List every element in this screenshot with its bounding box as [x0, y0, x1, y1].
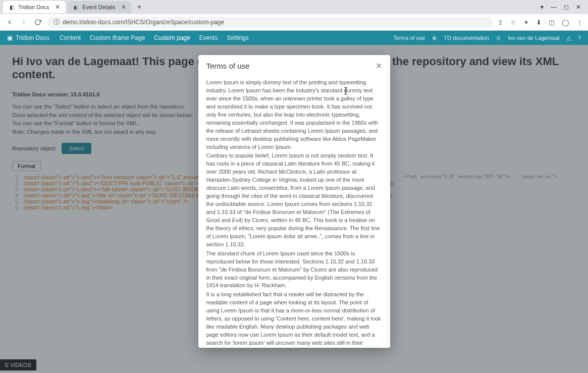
terms-modal: Terms of use ✕ Lorem Ipsum is simply dum…: [198, 55, 390, 348]
modal-paragraph: It is a long established fact that a rea…: [206, 291, 382, 348]
maximize-button[interactable]: ◻: [564, 4, 569, 11]
browser-tab-inactive[interactable]: ◐ Event Details ✕: [67, 1, 131, 13]
window-controls: ▾ — ◻ ✕: [533, 4, 588, 11]
modal-paragraph: Contrary to popular belief, Lorem Ipsum …: [206, 152, 382, 248]
back-button[interactable]: [5, 18, 14, 27]
minimize-button[interactable]: —: [551, 4, 557, 11]
modal-paragraph: Lorem Ipsum is simply dummy text of the …: [206, 79, 382, 151]
tab-close-icon[interactable]: ✕: [121, 4, 126, 11]
tab-strip: ◧ Tridion Docs ✕ ◐ Event Details ✕ + ▾ —…: [0, 0, 588, 14]
doc-link-icon: ⊕: [432, 35, 437, 41]
profile-icon[interactable]: ◯: [562, 19, 569, 26]
star-icon[interactable]: ☆: [510, 19, 516, 26]
app-toggle-icon[interactable]: ▾: [541, 4, 544, 11]
extensions-icon[interactable]: ✶: [523, 19, 529, 26]
panel-icon[interactable]: ◫: [549, 19, 555, 26]
favicon-icon: ◧: [8, 4, 15, 11]
modal-backdrop[interactable]: Terms of use ✕ Lorem Ipsum is simply dum…: [0, 45, 588, 373]
terms-link[interactable]: Terms of use: [393, 35, 425, 41]
reload-button[interactable]: [33, 18, 42, 27]
user-icon: ⊙: [496, 35, 501, 41]
new-tab-button[interactable]: +: [133, 3, 145, 12]
favicon-icon: ◐: [72, 4, 79, 11]
app-header: ▣ Tridion Docs ContentCustom iframe Page…: [0, 31, 588, 45]
download-icon[interactable]: ⬇: [536, 19, 542, 26]
kebab-menu-icon[interactable]: ⋮: [576, 19, 583, 26]
nav-item[interactable]: Custom page: [154, 34, 190, 41]
page-body: Hi Ivo van de Lagemaat! This page can be…: [0, 45, 588, 373]
modal-title: Terms of use: [206, 62, 250, 70]
tab-title: Tridion Docs: [18, 4, 49, 10]
tab-title: Event Details: [82, 4, 115, 10]
product-name: Tridion Docs: [16, 34, 49, 41]
modal-paragraph: The standard chunk of Lorem Ipsum used s…: [206, 250, 382, 290]
address-bar[interactable]: ⓘ demo.tridion-docs.com/ISHCS/OrganizeSp…: [47, 17, 493, 28]
app-nav: ContentCustom iframe PageCustom pageEven…: [60, 34, 249, 41]
notification-icon[interactable]: △: [567, 35, 571, 41]
modal-close-button[interactable]: ✕: [376, 61, 382, 71]
browser-toolbar: ⓘ demo.tridion-docs.com/ISHCS/OrganizeSp…: [0, 14, 588, 30]
url-text: demo.tridion-docs.com/ISHCS/OrganizeSpac…: [63, 19, 224, 26]
share-icon[interactable]: ⇪: [498, 19, 503, 26]
forward-button[interactable]: [19, 18, 28, 27]
doc-link[interactable]: TD documentation: [444, 35, 489, 41]
nav-item[interactable]: Events: [199, 34, 218, 41]
browser-chrome: ◧ Tridion Docs ✕ ◐ Event Details ✕ + ▾ —…: [0, 0, 588, 31]
help-icon[interactable]: ?: [578, 35, 581, 41]
site-info-icon[interactable]: ⓘ: [54, 18, 60, 27]
browser-tab-active[interactable]: ◧ Tridion Docs ✕: [3, 1, 65, 13]
logo-icon: ▣: [7, 34, 13, 41]
nav-item[interactable]: Settings: [227, 34, 248, 41]
nav-item[interactable]: Content: [60, 34, 81, 41]
tab-close-icon[interactable]: ✕: [55, 4, 60, 11]
nav-item[interactable]: Custom iframe Page: [90, 34, 145, 41]
user-name[interactable]: Ivo van de Lagemaat: [508, 35, 560, 41]
app-logo[interactable]: ▣ Tridion Docs: [7, 34, 49, 41]
close-button[interactable]: ✕: [576, 4, 581, 11]
modal-body[interactable]: Lorem Ipsum is simply dummy text of the …: [198, 77, 390, 348]
